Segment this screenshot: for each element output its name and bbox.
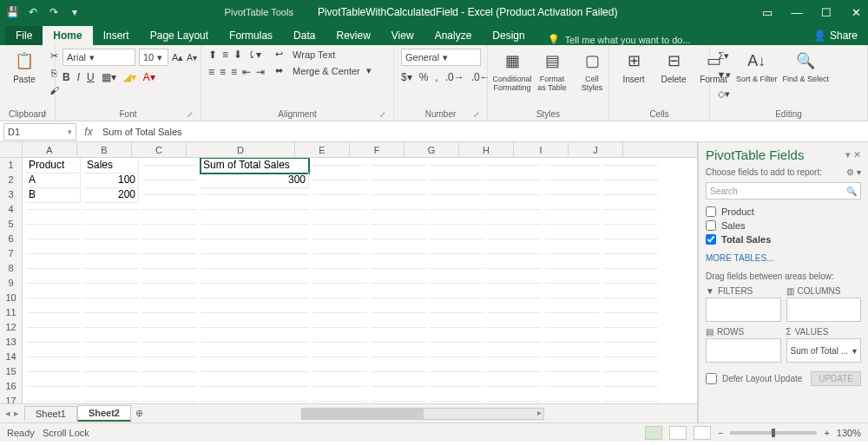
cell-E3[interactable]	[312, 194, 367, 195]
cell-D14[interactable]	[201, 357, 309, 357]
comma-icon[interactable]: ,	[435, 71, 437, 83]
cell-H1[interactable]	[487, 165, 542, 166]
sheet-tab-sheet2[interactable]: Sheet2	[77, 405, 131, 422]
field-checkbox[interactable]	[706, 220, 716, 231]
redo-icon[interactable]: ↷	[47, 5, 61, 19]
cell-I9[interactable]	[545, 283, 600, 284]
insert-cells-button[interactable]: ⊞Insert	[616, 49, 651, 84]
cell-C5[interactable]	[142, 224, 197, 225]
autosum-icon[interactable]: Σ▾	[717, 49, 731, 62]
cell-J17[interactable]	[603, 401, 658, 402]
cell-I17[interactable]	[545, 401, 600, 402]
tab-data[interactable]: Data	[283, 26, 326, 45]
undo-icon[interactable]: ↶	[26, 5, 40, 19]
cell-F3[interactable]	[371, 194, 425, 195]
cell-I5[interactable]	[545, 224, 600, 225]
cell-F8[interactable]	[371, 268, 425, 269]
cell-F4[interactable]	[371, 209, 425, 210]
pane-close-icon[interactable]: ✕	[853, 149, 861, 160]
cell-H15[interactable]	[487, 371, 542, 372]
cell-I10[interactable]	[545, 298, 600, 298]
increase-decimal-icon[interactable]: .0→	[445, 71, 464, 83]
field-item[interactable]: Total Sales	[706, 232, 861, 246]
cell-D10[interactable]	[201, 298, 309, 298]
cell-styles-button[interactable]: ▢Cell Styles	[575, 49, 609, 92]
cell-I7[interactable]	[545, 253, 600, 254]
cell-F1[interactable]	[371, 165, 425, 166]
percent-icon[interactable]: %	[419, 71, 429, 83]
cell-F15[interactable]	[371, 371, 425, 372]
cell-H12[interactable]	[487, 327, 542, 328]
columns-dropzone[interactable]	[786, 298, 862, 322]
cell-J11[interactable]	[603, 312, 658, 313]
cell-B6[interactable]	[84, 239, 139, 239]
cell-I15[interactable]	[545, 371, 600, 372]
cell-I2[interactable]	[545, 180, 600, 180]
gear-icon[interactable]: ⚙ ▾	[846, 167, 861, 177]
cell-B10[interactable]	[84, 298, 139, 298]
ribbon-options-icon[interactable]: ▭	[760, 6, 774, 19]
cell-G1[interactable]	[429, 165, 483, 166]
cell-B13[interactable]	[84, 342, 139, 343]
cell-D15[interactable]	[201, 371, 309, 372]
cell-I8[interactable]	[545, 268, 600, 269]
minimize-icon[interactable]: ―	[790, 6, 804, 19]
row-header[interactable]: 2	[0, 173, 23, 188]
values-dropzone[interactable]: Sum of Total ...▾	[786, 338, 862, 363]
cell-G2[interactable]	[429, 180, 483, 180]
cell-E9[interactable]	[312, 283, 367, 284]
cell-A11[interactable]	[26, 312, 81, 313]
cell-D13[interactable]	[201, 342, 309, 343]
dialog-launcher-icon[interactable]: ⤢	[187, 110, 194, 119]
column-header[interactable]: F	[350, 142, 404, 157]
cell-A6[interactable]	[26, 239, 81, 239]
cell-A12[interactable]	[26, 327, 81, 328]
column-header[interactable]: J	[569, 142, 623, 157]
cell-C15[interactable]	[142, 371, 197, 372]
cell-F11[interactable]	[371, 312, 425, 313]
cell-H3[interactable]	[487, 194, 542, 195]
tab-insert[interactable]: Insert	[93, 26, 140, 45]
sheet-tab-sheet1[interactable]: Sheet1	[24, 406, 77, 421]
fill-color-button[interactable]: ◢▾	[123, 71, 136, 83]
cell-A3[interactable]: B	[26, 187, 81, 203]
cell-E17[interactable]	[312, 401, 367, 402]
cell-E10[interactable]	[312, 298, 367, 298]
cell-H14[interactable]	[487, 357, 542, 357]
increase-indent-icon[interactable]: ⇥	[256, 66, 265, 78]
sheet-nav-first-icon[interactable]: ◂	[5, 408, 10, 419]
cell-J10[interactable]	[603, 298, 658, 298]
pane-dropdown-icon[interactable]: ▾	[845, 149, 851, 160]
cell-J6[interactable]	[603, 239, 658, 239]
field-item[interactable]: Sales	[706, 219, 861, 232]
row-header[interactable]: 17	[0, 394, 23, 404]
tell-me-input[interactable]: 💡Tell me what you want to do...	[536, 34, 803, 45]
row-header[interactable]: 8	[0, 261, 23, 277]
orientation-icon[interactable]: ⤹▾	[247, 49, 261, 61]
cell-F13[interactable]	[371, 342, 425, 343]
tab-formulas[interactable]: Formulas	[219, 26, 283, 45]
italic-button[interactable]: I	[77, 71, 80, 83]
share-button[interactable]: 👤Share	[803, 26, 868, 45]
cell-G14[interactable]	[429, 357, 483, 357]
maximize-icon[interactable]: ☐	[819, 6, 833, 19]
defer-update-checkbox[interactable]	[706, 373, 717, 384]
cell-B3[interactable]: 200	[84, 187, 139, 203]
cell-C12[interactable]	[142, 327, 197, 328]
row-header[interactable]: 1	[0, 158, 23, 173]
cell-B1[interactable]: Sales	[84, 158, 139, 173]
column-header[interactable]: A	[23, 142, 77, 157]
cell-B2[interactable]: 100	[84, 173, 139, 188]
cell-F17[interactable]	[371, 401, 425, 402]
align-center-icon[interactable]: ≡	[220, 66, 226, 78]
decrease-font-icon[interactable]: A▾	[187, 53, 197, 62]
cell-G8[interactable]	[429, 268, 483, 269]
cell-D6[interactable]	[201, 239, 309, 239]
cell-E7[interactable]	[312, 253, 367, 254]
page-layout-view-button[interactable]	[669, 426, 687, 440]
cell-G5[interactable]	[429, 224, 483, 225]
sort-filter-button[interactable]: A↓Sort & Filter	[736, 49, 778, 83]
row-header[interactable]: 11	[0, 305, 23, 321]
cell-D7[interactable]	[201, 253, 309, 254]
fill-icon[interactable]: ▼▾	[717, 68, 731, 82]
